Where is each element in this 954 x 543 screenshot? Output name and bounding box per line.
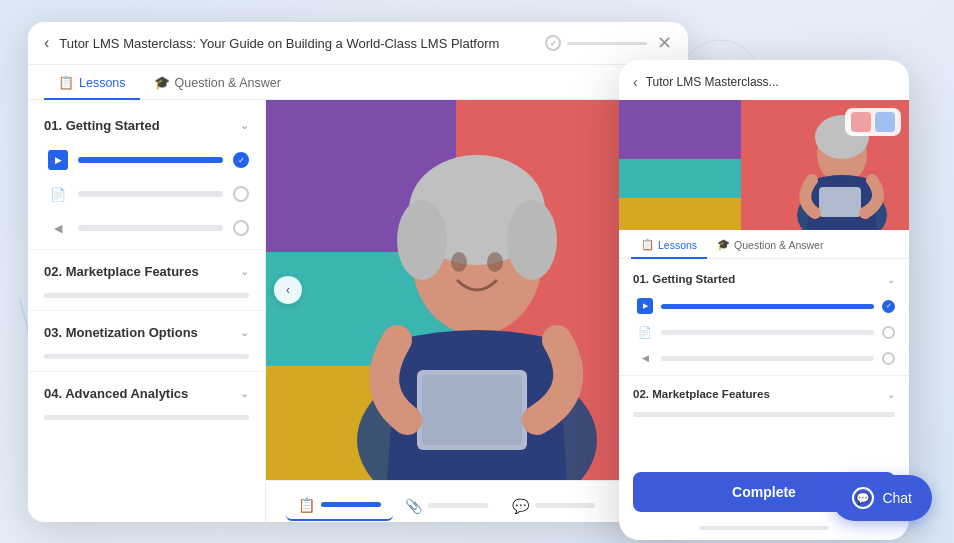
document-icon: 📄: [48, 184, 68, 204]
mobile-lesson-bar: [661, 356, 874, 361]
tab-lessons[interactable]: 📋 Lessons: [44, 65, 140, 100]
mobile-color-teal: [619, 159, 741, 198]
toolbar-notes[interactable]: 📋: [286, 491, 393, 521]
divider: [28, 371, 265, 372]
lessons-sidebar: 01. Getting Started ⌄ ▶ ✓ 📄 ◀ 02.: [28, 100, 266, 522]
section-03-header[interactable]: 03. Monetization Options ⌄: [28, 315, 265, 350]
progress-indicator: ✓: [545, 35, 647, 51]
mobile-back-button[interactable]: ‹: [633, 74, 638, 90]
mobile-video-thumbnail: [619, 100, 909, 230]
mobile-video-icon: ▶: [637, 298, 653, 314]
toolbar-attachments[interactable]: 📎: [393, 492, 500, 520]
chevron-down-icon: ⌄: [240, 387, 249, 400]
divider: [28, 249, 265, 250]
mobile-modal: ‹ Tutor LMS Masterclass...: [619, 60, 909, 540]
section-03-title: 03. Monetization Options: [44, 325, 198, 340]
section-02-title: 02. Marketplace Features: [44, 264, 199, 279]
lesson-item[interactable]: ▶ ✓: [28, 143, 265, 177]
mobile-tab-qa[interactable]: 🎓 Question & Answer: [707, 230, 833, 259]
section-01-header[interactable]: 01. Getting Started ⌄: [28, 108, 265, 143]
mobile-tab-lessons[interactable]: 📋 Lessons: [631, 230, 707, 259]
toolbar-bar: [428, 503, 488, 508]
mobile-section-02-title: 02. Marketplace Features: [633, 388, 770, 400]
toolbar-active-bar: [321, 502, 381, 507]
svg-point-5: [507, 200, 557, 280]
mobile-home-bar: [699, 526, 829, 530]
mobile-section-02-header[interactable]: 02. Marketplace Features ⌄: [619, 380, 909, 408]
modal-body: 01. Getting Started ⌄ ▶ ✓ 📄 ◀ 02.: [28, 100, 688, 522]
modal-title: Tutor LMS Masterclass: Your Guide on Bui…: [59, 36, 535, 51]
mobile-color-yellow: [619, 198, 741, 231]
svg-point-8: [451, 252, 467, 272]
chat-icon: 💬: [852, 487, 874, 509]
lesson-check: [233, 220, 249, 236]
overlay-icon-2: [875, 112, 895, 132]
tab-qa[interactable]: 🎓 Question & Answer: [140, 65, 295, 100]
lesson-item[interactable]: ◀: [28, 211, 265, 245]
mobile-marketplace-bar: [633, 412, 895, 417]
mobile-chevron-down: ⌄: [887, 389, 895, 400]
mobile-lesson-check-done: ✓: [882, 300, 895, 313]
lesson-check-done: ✓: [233, 152, 249, 168]
modal-header: ‹ Tutor LMS Masterclass: Your Guide on B…: [28, 22, 688, 65]
attachment-icon: 📎: [405, 498, 422, 514]
mobile-lesson-item[interactable]: ▶ ✓: [619, 293, 909, 319]
prev-nav-arrow[interactable]: ‹: [274, 276, 302, 304]
collapsed-bar: [44, 293, 249, 298]
chat-button[interactable]: 💬 Chat: [832, 475, 932, 521]
mobile-lessons-icon: 📋: [641, 238, 654, 251]
mobile-section-01-title: 01. Getting Started: [633, 273, 735, 285]
mobile-chevron-up: ⌄: [887, 274, 895, 285]
close-button[interactable]: ✕: [657, 34, 672, 52]
section-02-header[interactable]: 02. Marketplace Features ⌄: [28, 254, 265, 289]
mobile-section-01-header[interactable]: 01. Getting Started ⌄: [619, 265, 909, 293]
divider: [28, 310, 265, 311]
progress-line: [567, 42, 647, 45]
lesson-check: [233, 186, 249, 202]
mobile-doc-icon: 📄: [637, 324, 653, 340]
desktop-modal: ‹ Tutor LMS Masterclass: Your Guide on B…: [28, 22, 688, 522]
mobile-lesson-item[interactable]: ◀: [619, 345, 909, 371]
mobile-lesson-bar: [661, 330, 874, 335]
collapsed-bar: [44, 354, 249, 359]
mobile-lesson-check: [882, 326, 895, 339]
mobile-divider: [619, 375, 909, 376]
lesson-bar: [78, 225, 223, 231]
video-icon: ▶: [48, 150, 68, 170]
lesson-item[interactable]: 📄: [28, 177, 265, 211]
svg-rect-13: [819, 187, 861, 217]
section-01-title: 01. Getting Started: [44, 118, 160, 133]
back-button[interactable]: ‹: [44, 34, 49, 52]
mobile-quiz-icon: ◀: [637, 350, 653, 366]
mobile-modal-header: ‹ Tutor LMS Masterclass...: [619, 60, 909, 100]
mobile-thumbnail-overlay: [845, 108, 901, 136]
chevron-up-icon: ⌄: [240, 119, 249, 132]
collapsed-bar: [44, 415, 249, 420]
progress-icon: ✓: [545, 35, 561, 51]
quiz-icon: ◀: [48, 218, 68, 238]
overlay-icon: [851, 112, 871, 132]
qa-icon: 🎓: [154, 75, 170, 90]
notes-icon: 📋: [298, 497, 315, 513]
chat-label: Chat: [882, 490, 912, 506]
mobile-lesson-check: [882, 352, 895, 365]
lesson-progress-bar: [78, 157, 223, 163]
mobile-modal-title: Tutor LMS Masterclass...: [646, 75, 779, 89]
mobile-sidebar: 01. Getting Started ⌄ ▶ ✓ 📄 ◀ 02. Market…: [619, 259, 909, 464]
mobile-qa-icon: 🎓: [717, 238, 730, 251]
chevron-down-icon: ⌄: [240, 265, 249, 278]
mobile-lesson-item[interactable]: 📄: [619, 319, 909, 345]
mobile-tab-bar: 📋 Lessons 🎓 Question & Answer: [619, 230, 909, 259]
toolbar-discussions[interactable]: 💬: [500, 492, 607, 520]
lessons-icon: 📋: [58, 75, 74, 90]
discussion-icon: 💬: [512, 498, 529, 514]
mobile-color-purple: [619, 100, 741, 159]
svg-point-9: [487, 252, 503, 272]
tab-bar: 📋 Lessons 🎓 Question & Answer: [28, 65, 688, 100]
chevron-down-icon: ⌄: [240, 326, 249, 339]
lesson-bar: [78, 191, 223, 197]
toolbar-bar: [535, 503, 595, 508]
mobile-lesson-bar-active: [661, 304, 874, 309]
svg-point-4: [397, 200, 447, 280]
section-04-header[interactable]: 04. Advanced Analytics ⌄: [28, 376, 265, 411]
